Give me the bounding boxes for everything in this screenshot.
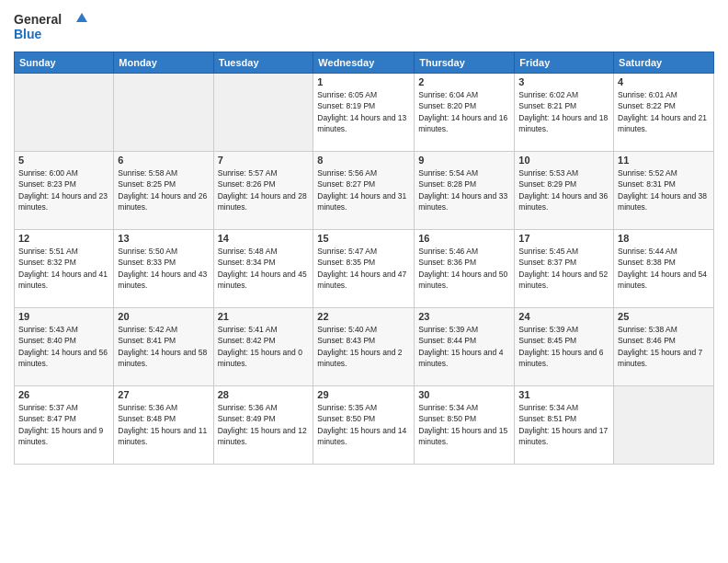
calendar-cell: 12Sunrise: 5:51 AMSunset: 8:32 PMDayligh… <box>15 230 114 308</box>
day-info: Sunrise: 6:04 AMSunset: 8:20 PMDaylight:… <box>418 89 510 134</box>
day-number: 26 <box>18 389 109 400</box>
calendar-cell: 13Sunrise: 5:50 AMSunset: 8:33 PMDayligh… <box>114 230 213 308</box>
day-number: 23 <box>418 311 510 322</box>
calendar-cell: 1Sunrise: 6:05 AMSunset: 8:19 PMDaylight… <box>313 74 415 152</box>
day-number: 30 <box>418 389 510 400</box>
day-number: 21 <box>218 311 310 322</box>
day-number: 28 <box>218 389 310 400</box>
calendar-cell: 9Sunrise: 5:54 AMSunset: 8:28 PMDaylight… <box>415 152 515 230</box>
calendar-cell: 2Sunrise: 6:04 AMSunset: 8:20 PMDaylight… <box>415 74 515 152</box>
calendar-cell: 26Sunrise: 5:37 AMSunset: 8:47 PMDayligh… <box>15 386 114 465</box>
calendar-cell: 7Sunrise: 5:57 AMSunset: 8:26 PMDaylight… <box>213 152 313 230</box>
weekday-header-saturday: Saturday <box>614 52 714 74</box>
day-info: Sunrise: 5:51 AMSunset: 8:32 PMDaylight:… <box>18 246 109 291</box>
day-number: 16 <box>418 233 510 244</box>
day-number: 19 <box>18 311 109 322</box>
weekday-header-tuesday: Tuesday <box>213 52 313 74</box>
day-number: 10 <box>518 155 609 166</box>
calendar-cell <box>213 74 313 152</box>
calendar-cell: 16Sunrise: 5:46 AMSunset: 8:36 PMDayligh… <box>415 230 515 308</box>
day-number: 12 <box>18 233 109 244</box>
day-info: Sunrise: 5:50 AMSunset: 8:33 PMDaylight:… <box>118 246 209 291</box>
day-info: Sunrise: 6:01 AMSunset: 8:22 PMDaylight:… <box>618 89 710 134</box>
calendar-cell: 25Sunrise: 5:38 AMSunset: 8:46 PMDayligh… <box>614 308 714 386</box>
calendar-cell: 20Sunrise: 5:42 AMSunset: 8:41 PMDayligh… <box>114 308 213 386</box>
day-info: Sunrise: 5:41 AMSunset: 8:42 PMDaylight:… <box>218 324 310 369</box>
calendar-cell: 17Sunrise: 5:45 AMSunset: 8:37 PMDayligh… <box>515 230 614 308</box>
svg-text:General: General <box>14 12 62 27</box>
calendar-cell: 4Sunrise: 6:01 AMSunset: 8:22 PMDaylight… <box>614 74 714 152</box>
weekday-header-monday: Monday <box>114 52 213 74</box>
day-info: Sunrise: 5:34 AMSunset: 8:51 PMDaylight:… <box>518 402 609 447</box>
day-info: Sunrise: 5:43 AMSunset: 8:40 PMDaylight:… <box>18 324 109 369</box>
day-number: 7 <box>218 155 310 166</box>
day-number: 14 <box>218 233 310 244</box>
day-info: Sunrise: 5:53 AMSunset: 8:29 PMDaylight:… <box>518 167 609 213</box>
day-number: 6 <box>118 155 209 166</box>
calendar-cell: 18Sunrise: 5:44 AMSunset: 8:38 PMDayligh… <box>614 230 714 308</box>
day-number: 18 <box>618 233 710 244</box>
day-info: Sunrise: 5:38 AMSunset: 8:46 PMDaylight:… <box>618 324 710 369</box>
calendar-cell: 21Sunrise: 5:41 AMSunset: 8:42 PMDayligh… <box>213 308 313 386</box>
calendar-week-row: 5Sunrise: 6:00 AMSunset: 8:23 PMDaylight… <box>15 152 714 230</box>
calendar-cell: 5Sunrise: 6:00 AMSunset: 8:23 PMDaylight… <box>15 152 114 230</box>
day-info: Sunrise: 5:46 AMSunset: 8:36 PMDaylight:… <box>418 246 510 291</box>
day-info: Sunrise: 5:54 AMSunset: 8:28 PMDaylight:… <box>418 167 510 213</box>
day-info: Sunrise: 5:42 AMSunset: 8:41 PMDaylight:… <box>118 324 209 369</box>
day-number: 1 <box>317 76 410 87</box>
day-info: Sunrise: 6:05 AMSunset: 8:19 PMDaylight:… <box>317 89 410 134</box>
weekday-header-sunday: Sunday <box>15 52 114 74</box>
page: General Blue SundayMondayTuesdayWednesda… <box>0 0 728 474</box>
day-number: 13 <box>118 233 209 244</box>
day-number: 20 <box>118 311 209 322</box>
calendar-cell: 30Sunrise: 5:34 AMSunset: 8:50 PMDayligh… <box>415 386 515 465</box>
calendar-cell: 19Sunrise: 5:43 AMSunset: 8:40 PMDayligh… <box>15 308 114 386</box>
day-number: 31 <box>518 389 609 400</box>
day-info: Sunrise: 5:36 AMSunset: 8:49 PMDaylight:… <box>218 402 310 447</box>
calendar-table: SundayMondayTuesdayWednesdayThursdayFrid… <box>14 52 714 465</box>
calendar-week-row: 19Sunrise: 5:43 AMSunset: 8:40 PMDayligh… <box>15 308 714 386</box>
day-info: Sunrise: 5:48 AMSunset: 8:34 PMDaylight:… <box>218 246 310 291</box>
day-number: 15 <box>317 233 410 244</box>
day-info: Sunrise: 5:45 AMSunset: 8:37 PMDaylight:… <box>518 246 609 291</box>
header: General Blue <box>14 9 714 44</box>
logo-icon: General Blue <box>14 9 87 44</box>
day-info: Sunrise: 5:35 AMSunset: 8:50 PMDaylight:… <box>317 402 410 447</box>
svg-marker-2 <box>76 13 87 22</box>
day-info: Sunrise: 5:40 AMSunset: 8:43 PMDaylight:… <box>317 324 410 369</box>
day-number: 3 <box>518 76 609 87</box>
calendar-cell: 27Sunrise: 5:36 AMSunset: 8:48 PMDayligh… <box>114 386 213 465</box>
day-info: Sunrise: 5:52 AMSunset: 8:31 PMDaylight:… <box>618 167 710 213</box>
calendar-cell: 31Sunrise: 5:34 AMSunset: 8:51 PMDayligh… <box>515 386 614 465</box>
calendar-cell: 3Sunrise: 6:02 AMSunset: 8:21 PMDaylight… <box>515 74 614 152</box>
day-number: 22 <box>317 311 410 322</box>
calendar-cell: 22Sunrise: 5:40 AMSunset: 8:43 PMDayligh… <box>313 308 415 386</box>
weekday-header-friday: Friday <box>515 52 614 74</box>
day-number: 17 <box>518 233 609 244</box>
day-info: Sunrise: 5:58 AMSunset: 8:25 PMDaylight:… <box>118 167 209 213</box>
calendar-cell: 28Sunrise: 5:36 AMSunset: 8:49 PMDayligh… <box>213 386 313 465</box>
calendar-cell: 15Sunrise: 5:47 AMSunset: 8:35 PMDayligh… <box>313 230 415 308</box>
day-number: 25 <box>618 311 710 322</box>
day-info: Sunrise: 5:37 AMSunset: 8:47 PMDaylight:… <box>18 402 109 447</box>
weekday-header-wednesday: Wednesday <box>313 52 415 74</box>
calendar-cell <box>15 74 114 152</box>
day-info: Sunrise: 6:00 AMSunset: 8:23 PMDaylight:… <box>18 167 109 213</box>
day-number: 29 <box>317 389 410 400</box>
day-info: Sunrise: 5:47 AMSunset: 8:35 PMDaylight:… <box>317 246 410 291</box>
calendar-cell: 14Sunrise: 5:48 AMSunset: 8:34 PMDayligh… <box>213 230 313 308</box>
logo: General Blue <box>14 9 87 44</box>
day-number: 2 <box>418 76 510 87</box>
calendar-cell: 8Sunrise: 5:56 AMSunset: 8:27 PMDaylight… <box>313 152 415 230</box>
day-number: 5 <box>18 155 109 166</box>
calendar-cell: 6Sunrise: 5:58 AMSunset: 8:25 PMDaylight… <box>114 152 213 230</box>
calendar-week-row: 12Sunrise: 5:51 AMSunset: 8:32 PMDayligh… <box>15 230 714 308</box>
weekday-header-row: SundayMondayTuesdayWednesdayThursdayFrid… <box>15 52 714 74</box>
calendar-cell: 24Sunrise: 5:39 AMSunset: 8:45 PMDayligh… <box>515 308 614 386</box>
day-info: Sunrise: 6:02 AMSunset: 8:21 PMDaylight:… <box>518 89 609 134</box>
day-number: 11 <box>618 155 710 166</box>
calendar-cell <box>114 74 213 152</box>
svg-text:Blue: Blue <box>14 27 42 41</box>
day-info: Sunrise: 5:39 AMSunset: 8:44 PMDaylight:… <box>418 324 510 369</box>
calendar-week-row: 26Sunrise: 5:37 AMSunset: 8:47 PMDayligh… <box>15 386 714 465</box>
